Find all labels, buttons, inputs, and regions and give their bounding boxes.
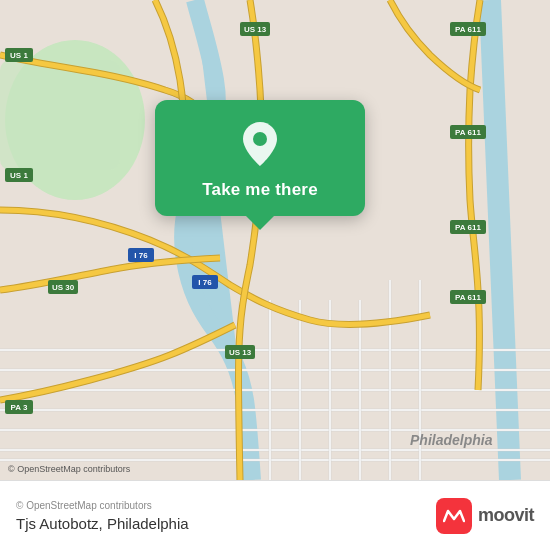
copyright-label: © OpenStreetMap contributors [8, 464, 131, 474]
location-info: © OpenStreetMap contributors Tjs Autobot… [16, 500, 189, 532]
svg-text:PA 611: PA 611 [455, 25, 481, 34]
svg-text:PA 611: PA 611 [455, 223, 481, 232]
city-label: Philadelphia [410, 432, 493, 448]
svg-text:I 76: I 76 [198, 278, 212, 287]
location-name: Tjs Autobotz, Philadelphia [16, 515, 189, 532]
map-background: US 1 US 1 I 76 I 76 US 13 US 13 US 30 PA… [0, 0, 550, 480]
svg-text:PA 3: PA 3 [11, 403, 28, 412]
svg-text:US 30: US 30 [52, 283, 75, 292]
bottom-bar: © OpenStreetMap contributors Tjs Autobot… [0, 480, 550, 550]
copyright-text: © OpenStreetMap contributors [16, 500, 189, 511]
svg-text:US 13: US 13 [244, 25, 267, 34]
location-pin-icon [234, 118, 286, 170]
svg-point-55 [253, 132, 267, 146]
map-container: US 1 US 1 I 76 I 76 US 13 US 13 US 30 PA… [0, 0, 550, 480]
svg-text:I 76: I 76 [134, 251, 148, 260]
svg-text:US 1: US 1 [10, 171, 28, 180]
svg-text:US 13: US 13 [229, 348, 252, 357]
moovit-wordmark: moovit [478, 505, 534, 526]
svg-text:PA 611: PA 611 [455, 293, 481, 302]
moovit-logo[interactable]: moovit [436, 498, 534, 534]
take-me-there-button[interactable]: Take me there [202, 180, 318, 200]
moovit-icon [436, 498, 472, 534]
svg-text:PA 611: PA 611 [455, 128, 481, 137]
svg-text:US 1: US 1 [10, 51, 28, 60]
popup-card: Take me there [155, 100, 365, 216]
